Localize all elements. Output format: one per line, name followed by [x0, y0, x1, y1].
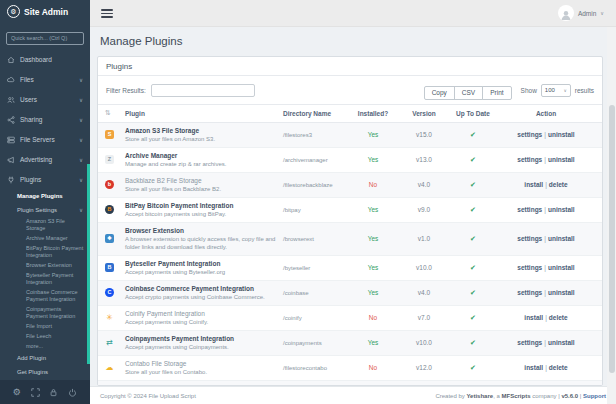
- csv-button[interactable]: CSV: [454, 86, 483, 100]
- sidebar-item-plugin-settings[interactable]: Plugin Settings∨: [0, 203, 90, 217]
- table-row: ZArchive ManagerManage and create zip & …: [98, 148, 602, 173]
- column-header-version[interactable]: Version: [399, 110, 449, 117]
- uninstall-link[interactable]: uninstall: [548, 131, 575, 138]
- uninstall-link[interactable]: uninstall: [548, 206, 575, 213]
- installed-status: Yes: [347, 206, 399, 213]
- sidebar-item-plugins[interactable]: Plugins∨: [0, 170, 90, 190]
- delete-link[interactable]: delete: [549, 314, 568, 321]
- action-links: settings|uninstall: [497, 235, 595, 242]
- table-row: CCoinbase Commerce Payment IntegrationAc…: [98, 281, 602, 306]
- sidebar-item-files[interactable]: Files∨: [0, 70, 90, 90]
- power-icon[interactable]: [68, 388, 77, 397]
- plugin-name: Backblaze B2 File Storage: [125, 177, 283, 184]
- action-links: settings|uninstall: [497, 339, 595, 346]
- filter-label: Filter Results:: [106, 87, 146, 94]
- sidebar-item-sharing[interactable]: Sharing∨: [0, 110, 90, 130]
- column-header-uptodate[interactable]: Up To Date: [449, 110, 497, 117]
- settings-link[interactable]: settings: [517, 156, 542, 163]
- up-to-date-check-icon: ✔: [449, 314, 497, 322]
- delete-link[interactable]: delete: [549, 181, 568, 188]
- column-header-directory[interactable]: Directory Name: [283, 110, 347, 117]
- up-to-date-check-icon: ✔: [449, 206, 497, 214]
- sidebar-subitem-archive-manager[interactable]: Archive Manager: [0, 234, 90, 244]
- card-title: Plugins: [98, 57, 602, 76]
- sidebar-subitem-amazon-s3-file-storage[interactable]: Amazon S3 File Storage: [0, 217, 90, 234]
- scrollbar-thumb[interactable]: [609, 105, 615, 373]
- installed-status: Yes: [347, 156, 399, 163]
- table-row: ❖Browser ExtensionA browser extension to…: [98, 223, 602, 256]
- settings-link[interactable]: settings: [517, 339, 542, 346]
- browser-extension-icon: ❖: [105, 234, 114, 243]
- settings-link[interactable]: settings: [517, 235, 542, 242]
- action-links: install|delete: [497, 364, 595, 371]
- support-link[interactable]: Support: [583, 393, 606, 399]
- chevron-down-icon: ∨: [79, 207, 83, 213]
- coinify-icon: ✳: [105, 313, 114, 322]
- up-to-date-check-icon: ✔: [449, 339, 497, 347]
- column-header-action[interactable]: Action: [497, 110, 595, 117]
- uninstall-link[interactable]: uninstall: [548, 339, 575, 346]
- sidebar-subitem-coinbase-commerce-payment-integration[interactable]: Coinbase Commerce Payment Integration: [0, 288, 90, 305]
- amazon-s3-icon: S: [105, 130, 114, 139]
- quick-search-input[interactable]: [6, 32, 84, 45]
- lock-icon[interactable]: [49, 388, 58, 397]
- print-button[interactable]: Print: [482, 86, 511, 100]
- settings-link[interactable]: settings: [517, 131, 542, 138]
- settings-link[interactable]: settings: [517, 264, 542, 271]
- installed-status: Yes: [347, 339, 399, 346]
- sidebar-item-manage-plugins[interactable]: Manage Plugins: [0, 190, 90, 204]
- settings-link[interactable]: settings: [517, 289, 542, 296]
- column-header-plugin[interactable]: Plugin: [125, 110, 283, 117]
- version-label: v9.0: [399, 206, 449, 213]
- uninstall-link[interactable]: uninstall: [548, 235, 575, 242]
- column-header-installed[interactable]: Installed?: [347, 110, 399, 117]
- delete-link[interactable]: delete: [549, 364, 568, 371]
- plugin-description: A browser extension to quickly access fi…: [125, 235, 283, 251]
- app-logo-icon: ⚙: [7, 5, 20, 18]
- install-link[interactable]: install: [524, 314, 543, 321]
- install-link[interactable]: install: [524, 364, 543, 371]
- backblaze-icon: b: [105, 180, 114, 189]
- settings-link[interactable]: settings: [517, 206, 542, 213]
- uninstall-link[interactable]: uninstall: [548, 156, 575, 163]
- up-to-date-check-icon: ✔: [449, 264, 497, 272]
- sidebar-subitem-more-[interactable]: more...: [0, 342, 90, 352]
- sidebar-item-label: Sharing: [20, 116, 42, 123]
- sidebar-subitem-file-leech[interactable]: File Leech: [0, 332, 90, 342]
- sidebar-subitem-coinpayments-payment-integration[interactable]: Coinpayments Payment Integration: [0, 305, 90, 322]
- installed-status: No: [347, 364, 399, 371]
- menu-toggle-icon[interactable]: [101, 9, 113, 20]
- vertical-scrollbar[interactable]: [607, 27, 616, 404]
- sidebar-subitem-byteseller-payment-integration[interactable]: Byteseller Payment Integration: [0, 271, 90, 288]
- byteseller-icon: B: [105, 263, 114, 272]
- sort-icon[interactable]: ⇅: [105, 109, 125, 117]
- table-row: ⇄Coinpayments Payment IntegrationAccept …: [98, 331, 602, 356]
- sidebar-subitem-browser-extension[interactable]: Browser Extension: [0, 261, 90, 271]
- chevron-down-icon: ∨: [79, 177, 83, 183]
- sidebar-item-file-servers[interactable]: File Servers∨: [0, 130, 90, 150]
- expand-icon[interactable]: [31, 388, 40, 397]
- sidebar-item-get-plugins[interactable]: Get Plugins: [0, 365, 90, 379]
- page-length-select[interactable]: 100 ∨: [541, 84, 571, 97]
- user-menu[interactable]: Admin ∨: [558, 5, 604, 21]
- installed-status: Yes: [347, 289, 399, 296]
- gear-icon[interactable]: ⚙: [13, 388, 21, 397]
- plug-icon: [7, 176, 15, 184]
- uninstall-link[interactable]: uninstall: [548, 264, 575, 271]
- copyright-text: Copyright © 2024 File Upload Script: [100, 393, 196, 399]
- directory-name: /coinify: [283, 315, 347, 321]
- sidebar-item-label: Advertising: [20, 156, 52, 163]
- sidebar-item-users[interactable]: Users∨: [0, 90, 90, 110]
- sidebar-item-dashboard[interactable]: Dashboard: [0, 50, 90, 70]
- filter-input[interactable]: [151, 84, 255, 97]
- sidebar-item-advertising[interactable]: Advertising∨: [0, 150, 90, 170]
- uninstall-link[interactable]: uninstall: [548, 289, 575, 296]
- sidebar-subitem-bitpay-bitcoin-payment-integration[interactable]: BitPay Bitcoin Payment Integration: [0, 244, 90, 261]
- sidebar-item-add-plugin[interactable]: Add Plugin: [0, 352, 90, 366]
- table-row: BByteseller Payment IntegrationAccept pa…: [98, 256, 602, 281]
- active-section-accent: [87, 164, 90, 364]
- plugin-name: BitPay Bitcoin Payment Integration: [125, 202, 283, 209]
- sidebar-subitem-file-import[interactable]: File Import: [0, 322, 90, 332]
- install-link[interactable]: install: [524, 181, 543, 188]
- copy-button[interactable]: Copy: [424, 86, 455, 100]
